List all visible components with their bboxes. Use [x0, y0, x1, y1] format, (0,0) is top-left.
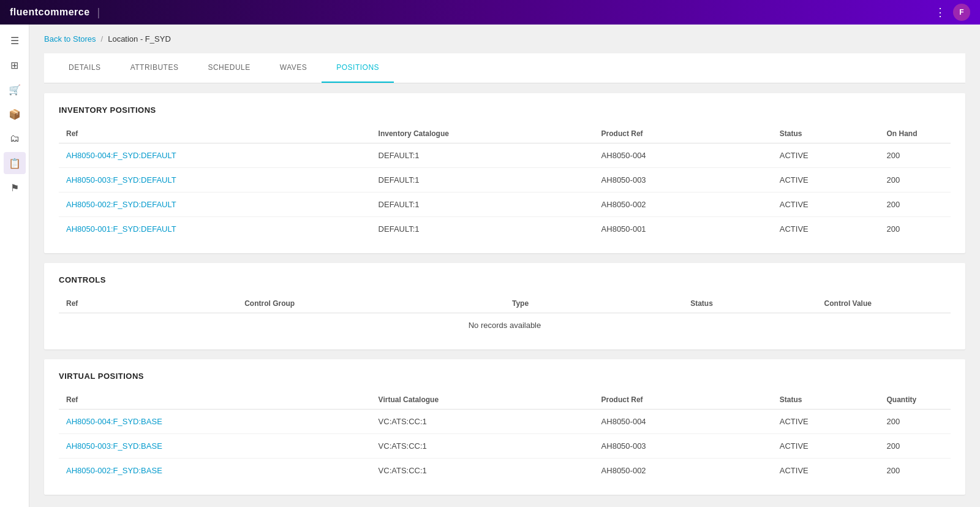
virtual-positions-table: Ref Virtual Catalogue Product Ref Status…	[59, 391, 951, 482]
col-header-ref: Ref	[59, 124, 371, 143]
sidebar-item-settings[interactable]: ⚑	[4, 177, 26, 199]
virtual-positions-title: VIRTUAL POSITIONS	[59, 372, 951, 381]
controls-no-records: No records available	[59, 313, 951, 338]
controls-section: CONTROLS Ref Control Group Type Status C…	[44, 263, 965, 349]
vp-product-ref-cell: AH8050-002	[594, 459, 772, 483]
vp-quantity-cell: 200	[880, 434, 951, 459]
col-header-control-group: Control Group	[237, 294, 505, 313]
sidebar: ☰ ⊞ 🛒 📦 🗂 📋 ⚑	[0, 25, 29, 507]
col-header-catalogue: Inventory Catalogue	[371, 124, 594, 143]
col-header-type: Type	[505, 294, 683, 313]
inventory-catalogue-cell: DEFAULT:1	[371, 217, 594, 242]
tab-positions[interactable]: POSITIONS	[322, 53, 394, 83]
vp-status-cell: ACTIVE	[772, 459, 880, 483]
tab-waves[interactable]: WAVES	[265, 53, 322, 83]
breadcrumb: Back to Stores / Location - F_SYD	[44, 34, 965, 44]
inventory-ref-link[interactable]: AH8050-003:F_SYD:DEFAULT	[66, 175, 176, 185]
vp-status-cell: ACTIVE	[772, 410, 880, 434]
main-content: Back to Stores / Location - F_SYD DETAIL…	[29, 25, 980, 507]
col-header-on-hand: On Hand	[880, 124, 951, 143]
col-header-controls-ref: Ref	[59, 294, 237, 313]
table-row: AH8050-004:F_SYD:DEFAULT DEFAULT:1 AH805…	[59, 143, 951, 168]
inventory-status-cell: ACTIVE	[772, 217, 880, 242]
settings-icon: ⚑	[10, 182, 19, 194]
inventory-status-cell: ACTIVE	[772, 168, 880, 193]
tab-details[interactable]: DETAILS	[54, 53, 116, 83]
inventory-status-cell: ACTIVE	[772, 143, 880, 168]
inventory-positions-title: INVENTORY POSITIONS	[59, 105, 951, 115]
vp-ref-link[interactable]: AH8050-003:F_SYD:BASE	[66, 441, 162, 451]
inventory-product-ref-cell: AH8050-004	[594, 143, 772, 168]
orders-icon: 🛒	[9, 84, 21, 96]
vp-product-ref-cell: AH8050-003	[594, 434, 772, 459]
table-row: AH8050-002:F_SYD:BASE VC:ATS:CC:1 AH8050…	[59, 459, 951, 483]
table-row: AH8050-003:F_SYD:DEFAULT DEFAULT:1 AH805…	[59, 168, 951, 193]
vp-ref-cell: AH8050-004:F_SYD:BASE	[59, 410, 371, 434]
vp-ref-link[interactable]: AH8050-002:F_SYD:BASE	[66, 466, 162, 475]
nav-right: ⋮ F	[935, 4, 970, 21]
sidebar-item-dashboard[interactable]: ⊞	[4, 54, 26, 76]
vp-ref-cell: AH8050-003:F_SYD:BASE	[59, 434, 371, 459]
inventory-ref-cell: AH8050-001:F_SYD:DEFAULT	[59, 217, 371, 242]
inventory-catalogue-cell: DEFAULT:1	[371, 193, 594, 217]
col-header-product-ref: Product Ref	[594, 124, 772, 143]
inventory-product-ref-cell: AH8050-002	[594, 193, 772, 217]
top-nav: fluentcommerce | ⋮ F	[0, 0, 980, 25]
vp-catalogue-cell: VC:ATS:CC:1	[371, 410, 594, 434]
table-row: AH8050-002:F_SYD:DEFAULT DEFAULT:1 AH805…	[59, 193, 951, 217]
more-options-icon[interactable]: ⋮	[935, 6, 946, 19]
inventory-product-ref-cell: AH8050-001	[594, 217, 772, 242]
breadcrumb-current: Location - F_SYD	[108, 34, 171, 44]
inventory-ref-link[interactable]: AH8050-001:F_SYD:DEFAULT	[66, 224, 176, 234]
inventory-ref-link[interactable]: AH8050-004:F_SYD:DEFAULT	[66, 151, 176, 160]
user-avatar[interactable]: F	[953, 4, 970, 21]
col-header-vp-product-ref: Product Ref	[594, 391, 772, 410]
inventory-on-hand-cell: 200	[880, 143, 951, 168]
inventory-positions-header-row: Ref Inventory Catalogue Product Ref Stat…	[59, 124, 951, 143]
vp-quantity-cell: 200	[880, 410, 951, 434]
inventory-icon: 🗂	[10, 133, 20, 144]
vp-catalogue-cell: VC:ATS:CC:1	[371, 434, 594, 459]
breadcrumb-separator: /	[101, 34, 104, 44]
nav-left: fluentcommerce |	[10, 6, 100, 19]
inventory-ref-link[interactable]: AH8050-002:F_SYD:DEFAULT	[66, 200, 176, 209]
table-row: AH8050-001:F_SYD:DEFAULT DEFAULT:1 AH805…	[59, 217, 951, 242]
breadcrumb-back-link[interactable]: Back to Stores	[44, 34, 96, 44]
sidebar-item-menu[interactable]: ☰	[4, 29, 26, 51]
sidebar-item-stores[interactable]: 📋	[4, 152, 26, 174]
virtual-positions-header-row: Ref Virtual Catalogue Product Ref Status…	[59, 391, 951, 410]
inventory-on-hand-cell: 200	[880, 217, 951, 242]
dashboard-icon: ⊞	[10, 59, 18, 71]
stores-icon: 📋	[9, 158, 21, 169]
menu-icon: ☰	[10, 35, 19, 47]
controls-title: CONTROLS	[59, 275, 951, 284]
inventory-product-ref-cell: AH8050-003	[594, 168, 772, 193]
table-row: AH8050-003:F_SYD:BASE VC:ATS:CC:1 AH8050…	[59, 434, 951, 459]
sidebar-item-products[interactable]: 📦	[4, 103, 26, 125]
col-header-controls-status: Status	[683, 294, 816, 313]
vp-quantity-cell: 200	[880, 459, 951, 483]
inventory-positions-table: Ref Inventory Catalogue Product Ref Stat…	[59, 124, 951, 241]
col-header-vp-ref: Ref	[59, 391, 371, 410]
inventory-ref-cell: AH8050-004:F_SYD:DEFAULT	[59, 143, 371, 168]
logo-divider: |	[97, 6, 100, 19]
col-header-status: Status	[772, 124, 880, 143]
tab-attributes[interactable]: ATTRIBUTES	[116, 53, 194, 83]
tab-schedule[interactable]: SCHEDULE	[193, 53, 265, 83]
inventory-ref-cell: AH8050-002:F_SYD:DEFAULT	[59, 193, 371, 217]
vp-catalogue-cell: VC:ATS:CC:1	[371, 459, 594, 483]
inventory-catalogue-cell: DEFAULT:1	[371, 168, 594, 193]
col-header-quantity: Quantity	[880, 391, 951, 410]
controls-table: Ref Control Group Type Status Control Va…	[59, 294, 951, 337]
sidebar-item-inventory[interactable]: 🗂	[4, 128, 26, 150]
col-header-control-value: Control Value	[817, 294, 951, 313]
controls-no-records-row: No records available	[59, 313, 951, 338]
logo: fluentcommerce	[10, 7, 90, 18]
tabs-container: DETAILS ATTRIBUTES SCHEDULE WAVES POSITI…	[44, 53, 965, 83]
inventory-positions-section: INVENTORY POSITIONS Ref Inventory Catalo…	[44, 93, 965, 253]
table-row: AH8050-004:F_SYD:BASE VC:ATS:CC:1 AH8050…	[59, 410, 951, 434]
vp-ref-link[interactable]: AH8050-004:F_SYD:BASE	[66, 417, 162, 426]
inventory-on-hand-cell: 200	[880, 168, 951, 193]
vp-ref-cell: AH8050-002:F_SYD:BASE	[59, 459, 371, 483]
sidebar-item-orders[interactable]: 🛒	[4, 78, 26, 101]
